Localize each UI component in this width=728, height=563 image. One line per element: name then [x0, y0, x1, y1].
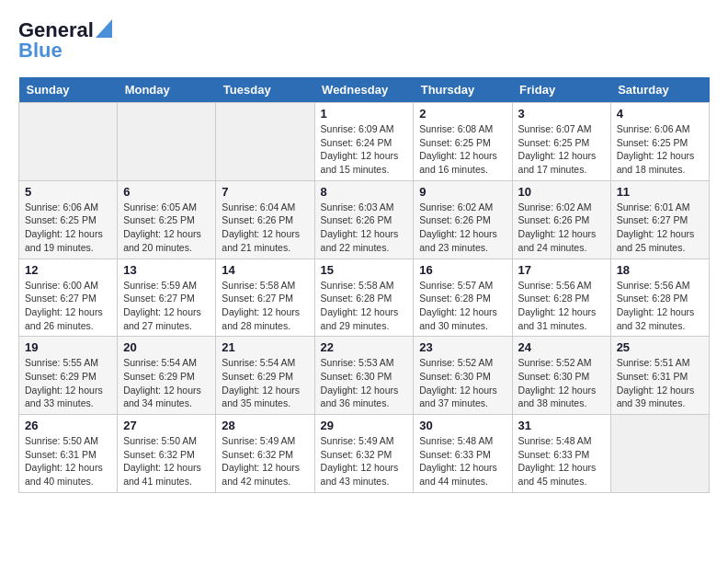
- day-info: Sunrise: 5:48 AMSunset: 6:33 PMDaylight:…: [419, 434, 506, 488]
- svg-marker-0: [96, 19, 112, 38]
- calendar-week-row: 12Sunrise: 6:00 AMSunset: 6:27 PMDayligh…: [19, 259, 710, 337]
- col-monday: Monday: [118, 77, 216, 103]
- table-row: 18Sunrise: 5:56 AMSunset: 6:28 PMDayligh…: [610, 259, 709, 337]
- day-number: 23: [419, 340, 506, 354]
- day-info: Sunrise: 5:50 AMSunset: 6:31 PMDaylight:…: [25, 434, 111, 488]
- day-info: Sunrise: 5:56 AMSunset: 6:28 PMDaylight:…: [617, 279, 703, 333]
- table-row: 19Sunrise: 5:55 AMSunset: 6:29 PMDayligh…: [19, 337, 118, 415]
- table-row: 26Sunrise: 5:50 AMSunset: 6:31 PMDayligh…: [19, 415, 118, 493]
- day-number: 21: [222, 340, 308, 354]
- day-number: 10: [518, 185, 605, 199]
- table-row: 23Sunrise: 5:52 AMSunset: 6:30 PMDayligh…: [414, 337, 512, 415]
- day-number: 4: [617, 107, 703, 121]
- day-info: Sunrise: 5:56 AMSunset: 6:28 PMDaylight:…: [518, 279, 605, 333]
- day-number: 25: [617, 340, 703, 354]
- day-info: Sunrise: 5:49 AMSunset: 6:32 PMDaylight:…: [321, 434, 408, 488]
- col-sunday: Sunday: [19, 77, 118, 103]
- table-row: 29Sunrise: 5:49 AMSunset: 6:32 PMDayligh…: [314, 415, 414, 493]
- col-thursday: Thursday: [414, 77, 512, 103]
- table-row: 25Sunrise: 5:51 AMSunset: 6:31 PMDayligh…: [610, 337, 709, 415]
- day-number: 28: [222, 419, 308, 432]
- table-row: 28Sunrise: 5:49 AMSunset: 6:32 PMDayligh…: [216, 415, 314, 493]
- day-info: Sunrise: 5:54 AMSunset: 6:29 PMDaylight:…: [123, 356, 210, 410]
- col-friday: Friday: [512, 77, 610, 103]
- calendar-week-row: 1Sunrise: 6:09 AMSunset: 6:24 PMDaylight…: [19, 103, 710, 181]
- table-row: 30Sunrise: 5:48 AMSunset: 6:33 PMDayligh…: [414, 415, 512, 493]
- day-info: Sunrise: 5:59 AMSunset: 6:27 PMDaylight:…: [123, 279, 210, 333]
- table-row: 10Sunrise: 6:02 AMSunset: 6:26 PMDayligh…: [512, 180, 610, 259]
- col-tuesday: Tuesday: [216, 77, 314, 103]
- table-row: 5Sunrise: 6:06 AMSunset: 6:25 PMDaylight…: [19, 180, 118, 259]
- table-row: 1Sunrise: 6:09 AMSunset: 6:24 PMDaylight…: [314, 103, 414, 181]
- table-row: 31Sunrise: 5:48 AMSunset: 6:33 PMDayligh…: [512, 415, 610, 493]
- logo-triangle-icon: [96, 19, 112, 38]
- logo-blue: Blue: [18, 39, 63, 63]
- calendar-week-row: 5Sunrise: 6:06 AMSunset: 6:25 PMDaylight…: [19, 180, 710, 259]
- day-info: Sunrise: 6:09 AMSunset: 6:24 PMDaylight:…: [321, 122, 408, 177]
- table-row: [610, 415, 709, 493]
- day-info: Sunrise: 6:01 AMSunset: 6:27 PMDaylight:…: [617, 201, 703, 255]
- day-number: 31: [518, 419, 605, 432]
- day-number: 9: [419, 185, 506, 199]
- day-number: 19: [25, 340, 111, 354]
- day-number: 30: [419, 419, 506, 432]
- day-number: 15: [321, 263, 408, 277]
- table-row: 27Sunrise: 5:50 AMSunset: 6:32 PMDayligh…: [118, 415, 216, 493]
- table-row: 15Sunrise: 5:58 AMSunset: 6:28 PMDayligh…: [314, 259, 414, 337]
- table-row: 12Sunrise: 6:00 AMSunset: 6:27 PMDayligh…: [19, 259, 118, 337]
- day-info: Sunrise: 5:58 AMSunset: 6:27 PMDaylight:…: [222, 279, 308, 333]
- day-info: Sunrise: 5:54 AMSunset: 6:29 PMDaylight:…: [222, 356, 308, 410]
- day-info: Sunrise: 6:04 AMSunset: 6:26 PMDaylight:…: [222, 201, 308, 255]
- day-number: 13: [123, 263, 210, 277]
- day-info: Sunrise: 5:53 AMSunset: 6:30 PMDaylight:…: [321, 356, 408, 410]
- day-info: Sunrise: 6:00 AMSunset: 6:27 PMDaylight:…: [25, 279, 111, 333]
- day-info: Sunrise: 5:51 AMSunset: 6:31 PMDaylight:…: [617, 356, 703, 410]
- day-number: 6: [123, 185, 210, 199]
- day-info: Sunrise: 5:49 AMSunset: 6:32 PMDaylight:…: [222, 434, 308, 488]
- day-info: Sunrise: 5:58 AMSunset: 6:28 PMDaylight:…: [321, 279, 408, 333]
- col-wednesday: Wednesday: [314, 77, 414, 103]
- day-number: 7: [222, 185, 308, 199]
- day-info: Sunrise: 5:50 AMSunset: 6:32 PMDaylight:…: [123, 434, 210, 488]
- table-row: 11Sunrise: 6:01 AMSunset: 6:27 PMDayligh…: [610, 180, 709, 259]
- day-info: Sunrise: 6:08 AMSunset: 6:25 PMDaylight:…: [419, 122, 506, 177]
- page-header: General Blue: [18, 18, 710, 63]
- table-row: [118, 103, 216, 181]
- day-info: Sunrise: 5:52 AMSunset: 6:30 PMDaylight:…: [518, 356, 605, 410]
- table-row: [19, 103, 118, 181]
- day-number: 14: [222, 263, 308, 277]
- day-number: 2: [419, 107, 506, 121]
- table-row: 17Sunrise: 5:56 AMSunset: 6:28 PMDayligh…: [512, 259, 610, 337]
- day-number: 18: [617, 263, 703, 277]
- table-row: 14Sunrise: 5:58 AMSunset: 6:27 PMDayligh…: [216, 259, 314, 337]
- day-info: Sunrise: 5:55 AMSunset: 6:29 PMDaylight:…: [25, 356, 111, 410]
- table-row: 21Sunrise: 5:54 AMSunset: 6:29 PMDayligh…: [216, 337, 314, 415]
- col-saturday: Saturday: [610, 77, 709, 103]
- day-number: 12: [25, 263, 111, 277]
- day-number: 24: [518, 340, 605, 354]
- day-info: Sunrise: 6:03 AMSunset: 6:26 PMDaylight:…: [321, 201, 408, 255]
- table-row: 7Sunrise: 6:04 AMSunset: 6:26 PMDaylight…: [216, 180, 314, 259]
- day-number: 26: [25, 419, 111, 432]
- day-number: 3: [518, 107, 605, 121]
- day-number: 5: [25, 185, 111, 199]
- day-info: Sunrise: 6:05 AMSunset: 6:25 PMDaylight:…: [123, 201, 210, 255]
- day-info: Sunrise: 6:07 AMSunset: 6:25 PMDaylight:…: [518, 122, 605, 177]
- table-row: 9Sunrise: 6:02 AMSunset: 6:26 PMDaylight…: [414, 180, 512, 259]
- day-number: 27: [123, 419, 210, 432]
- table-row: 16Sunrise: 5:57 AMSunset: 6:28 PMDayligh…: [414, 259, 512, 337]
- table-row: [216, 103, 314, 181]
- day-number: 29: [321, 419, 408, 432]
- day-info: Sunrise: 6:06 AMSunset: 6:25 PMDaylight:…: [617, 122, 703, 177]
- day-info: Sunrise: 6:06 AMSunset: 6:25 PMDaylight:…: [25, 201, 111, 255]
- table-row: 3Sunrise: 6:07 AMSunset: 6:25 PMDaylight…: [512, 103, 610, 181]
- day-info: Sunrise: 5:52 AMSunset: 6:30 PMDaylight:…: [419, 356, 506, 410]
- day-number: 17: [518, 263, 605, 277]
- logo: General Blue: [18, 18, 112, 63]
- weekday-header-row: Sunday Monday Tuesday Wednesday Thursday…: [19, 77, 710, 103]
- table-row: 2Sunrise: 6:08 AMSunset: 6:25 PMDaylight…: [414, 103, 512, 181]
- day-info: Sunrise: 5:57 AMSunset: 6:28 PMDaylight:…: [419, 279, 506, 333]
- day-info: Sunrise: 5:48 AMSunset: 6:33 PMDaylight:…: [518, 434, 605, 488]
- day-number: 16: [419, 263, 506, 277]
- calendar-table: Sunday Monday Tuesday Wednesday Thursday…: [18, 77, 710, 493]
